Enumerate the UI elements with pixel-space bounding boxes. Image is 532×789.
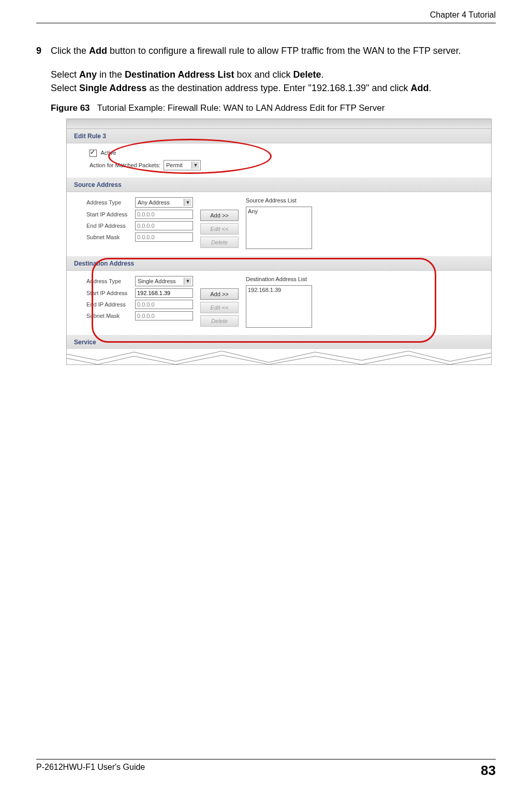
dest-add-button[interactable]: Add >> bbox=[200, 288, 239, 300]
src-start-ip-input[interactable]: 0.0.0.0 bbox=[135, 210, 193, 219]
src-addr-type-select[interactable]: Any Address ▼ bbox=[135, 197, 193, 208]
t-bold: Add bbox=[411, 83, 429, 93]
source-form: Address Type Any Address ▼ Start IP Addr… bbox=[86, 197, 193, 242]
dest-subnet-input[interactable]: 0.0.0.0 bbox=[135, 311, 193, 320]
t: button to configure a firewall rule to a… bbox=[107, 46, 461, 56]
label-addr-type: Address Type bbox=[86, 199, 132, 206]
label-addr-type: Address Type bbox=[86, 278, 132, 284]
src-buttons: Add >> Edit << Delete bbox=[200, 210, 239, 248]
edit-rule-header: Edit Rule 3 bbox=[67, 129, 491, 143]
figure-label: Figure 63 bbox=[51, 103, 90, 113]
dest-delete-button[interactable]: Delete bbox=[200, 315, 239, 327]
label-start-ip: Start IP Address bbox=[86, 211, 132, 217]
t: . bbox=[321, 69, 324, 80]
src-list-box[interactable]: Any bbox=[246, 207, 312, 249]
instruction-para: Select Any in the Destination Address Li… bbox=[51, 68, 496, 95]
active-checkbox[interactable] bbox=[90, 150, 97, 157]
src-subnet-input[interactable]: 0.0.0.0 bbox=[135, 232, 193, 242]
chevron-down-icon: ▼ bbox=[191, 162, 199, 169]
src-addr-type-value: Any Address bbox=[138, 199, 170, 206]
dest-addr-type-value: Single Address bbox=[138, 278, 175, 284]
action-row: Action for Matched Packets: Permit ▼ bbox=[90, 160, 479, 170]
figure-caption: Figure 63 Tutorial Example: Firewall Rul… bbox=[51, 103, 496, 113]
torn-edge bbox=[67, 349, 491, 364]
edit-rule-body: Active Action for Matched Packets: Permi… bbox=[67, 143, 491, 178]
t-bold: Any bbox=[79, 69, 97, 80]
t-bold-add: Add bbox=[89, 46, 107, 56]
label-start-ip: Start IP Address bbox=[86, 290, 132, 296]
list-item[interactable]: Any bbox=[248, 208, 310, 214]
source-address-body: Address Type Any Address ▼ Start IP Addr… bbox=[67, 192, 491, 256]
dest-list-box[interactable]: 192.168.1.39 bbox=[246, 285, 312, 328]
header-rule bbox=[36, 23, 496, 23]
src-list-title: Source Address List bbox=[246, 197, 312, 203]
t: Select bbox=[51, 83, 79, 93]
src-add-button[interactable]: Add >> bbox=[200, 210, 239, 221]
t: box and click bbox=[234, 69, 293, 80]
t-bold: Destination Address List bbox=[125, 69, 234, 80]
step-number: 9 bbox=[36, 44, 51, 57]
chevron-down-icon: ▼ bbox=[184, 277, 191, 285]
t: Click the bbox=[51, 46, 89, 56]
label-subnet: Subnet Mask bbox=[86, 313, 132, 319]
step-text: Click the Add button to configure a fire… bbox=[51, 44, 496, 57]
src-edit-button[interactable]: Edit << bbox=[200, 223, 239, 235]
label-end-ip: End IP Address bbox=[86, 301, 132, 308]
service-header: Service bbox=[67, 335, 491, 349]
t-bold: Delete bbox=[293, 69, 321, 80]
t: Select bbox=[51, 69, 79, 80]
dest-address-body: Address Type Single Address ▼ Start IP A… bbox=[67, 271, 491, 335]
dest-start-ip-input[interactable]: 192.168.1.39 bbox=[135, 288, 193, 298]
page-number: 83 bbox=[481, 763, 496, 779]
dest-edit-button[interactable]: Edit << bbox=[200, 302, 239, 313]
dest-list: Destination Address List 192.168.1.39 bbox=[246, 276, 312, 328]
t: in the bbox=[97, 69, 125, 80]
active-row: Active bbox=[90, 150, 479, 157]
screenshot: Edit Rule 3 Active Action for Matched Pa… bbox=[66, 119, 492, 365]
action-value: Permit bbox=[166, 162, 183, 168]
action-label: Action for Matched Packets: bbox=[90, 162, 160, 168]
source-address-header: Source Address bbox=[67, 178, 491, 192]
label-subnet: Subnet Mask bbox=[86, 234, 132, 240]
step-9: 9 Click the Add button to configure a fi… bbox=[36, 44, 496, 57]
dest-end-ip-input[interactable]: 0.0.0.0 bbox=[135, 300, 193, 309]
label-end-ip: End IP Address bbox=[86, 223, 132, 229]
dest-list-title: Destination Address List bbox=[246, 276, 312, 282]
t: as the destination address type. Enter "… bbox=[146, 83, 410, 93]
t-bold: Single Address bbox=[79, 83, 146, 93]
footer-rule bbox=[36, 759, 496, 759]
footer: P-2612HWU-F1 User's Guide 83 bbox=[36, 759, 496, 779]
src-list: Source Address List Any bbox=[246, 197, 312, 249]
dest-buttons: Add >> Edit << Delete bbox=[200, 288, 239, 327]
dest-form: Address Type Single Address ▼ Start IP A… bbox=[86, 276, 193, 320]
dest-address-header: Destination Address bbox=[67, 256, 491, 271]
src-end-ip-input[interactable]: 0.0.0.0 bbox=[135, 221, 193, 230]
footer-guide: P-2612HWU-F1 User's Guide bbox=[36, 763, 145, 779]
figure-title: Tutorial Example: Firewall Rule: WAN to … bbox=[97, 103, 385, 113]
src-delete-button[interactable]: Delete bbox=[200, 237, 239, 248]
dest-addr-type-select[interactable]: Single Address ▼ bbox=[135, 276, 193, 286]
action-select[interactable]: Permit ▼ bbox=[164, 160, 201, 170]
chapter-header: Chapter 4 Tutorial bbox=[36, 10, 496, 20]
active-label: Active bbox=[100, 150, 116, 156]
chevron-down-icon: ▼ bbox=[184, 199, 191, 206]
list-item[interactable]: 192.168.1.39 bbox=[248, 287, 310, 293]
t: . bbox=[429, 83, 432, 93]
window-toolbar bbox=[67, 119, 491, 129]
